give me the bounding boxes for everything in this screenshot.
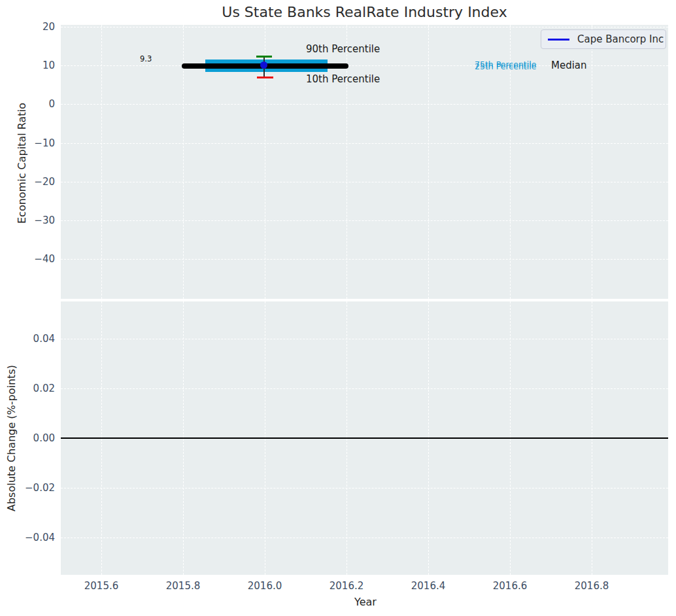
xtick-label: 2016.2: [326, 580, 367, 592]
x-axis-title: Year: [345, 596, 386, 608]
xtick-label: 2015.8: [162, 580, 204, 592]
gridline-h: [61, 143, 668, 144]
company-marker: [260, 61, 267, 69]
xtick-label: 2016.4: [407, 580, 449, 592]
ytick-label: 0.04: [21, 333, 55, 345]
legend-label: Cape Bancorp Inc: [577, 33, 664, 45]
gridline-h: [61, 488, 668, 488]
gridline-h: [61, 538, 668, 538]
gridline-h: [61, 339, 668, 339]
gridline-h: [61, 27, 668, 27]
chart-title: Us State Banks RealRate Industry Index: [61, 4, 668, 20]
gridline-h: [61, 259, 668, 260]
gridline-h: [61, 220, 668, 221]
top-axes: 9.3 90th Percentile 10th Percentile 75th…: [61, 25, 668, 299]
annotation-90th-percentile: 90th Percentile: [306, 43, 380, 55]
annotation-25th-percentile: 25th Percentile: [475, 61, 536, 71]
p90-errorbar-cap: [256, 56, 272, 58]
annotation-median: Median: [551, 60, 587, 71]
gridline-h: [61, 388, 668, 389]
ytick-label: 10: [21, 60, 55, 71]
annotation-10th-percentile: 10th Percentile: [306, 73, 380, 85]
xtick-label: 2015.6: [80, 580, 122, 592]
ytick-label: 0.00: [21, 432, 55, 444]
legend: Cape Bancorp Inc: [541, 29, 666, 49]
y-axis-title-bottom: Absolute Change (%-points): [5, 352, 18, 524]
p10-errorbar-cap: [257, 77, 273, 78]
zero-line: [61, 437, 668, 439]
y-axis-title-top: Economic Capital Ratio: [16, 90, 28, 237]
legend-line-sample: [548, 39, 569, 41]
xtick-label: 2016.0: [244, 580, 286, 592]
ytick-label: 20: [21, 21, 55, 33]
ytick-label: −40: [21, 253, 55, 265]
gridline-h: [61, 182, 668, 182]
ytick-label: 0.02: [21, 383, 55, 394]
ytick-label: −0.04: [21, 532, 55, 543]
xtick-label: 2016.8: [571, 580, 613, 592]
xtick-label: 2016.6: [489, 580, 531, 592]
figure: Us State Banks RealRate Industry Index 9…: [0, 0, 676, 616]
annotation-value: 9.3: [140, 54, 152, 63]
ytick-label: −0.02: [21, 482, 55, 494]
gridline-h: [61, 104, 668, 105]
bottom-axes: [61, 301, 668, 575]
